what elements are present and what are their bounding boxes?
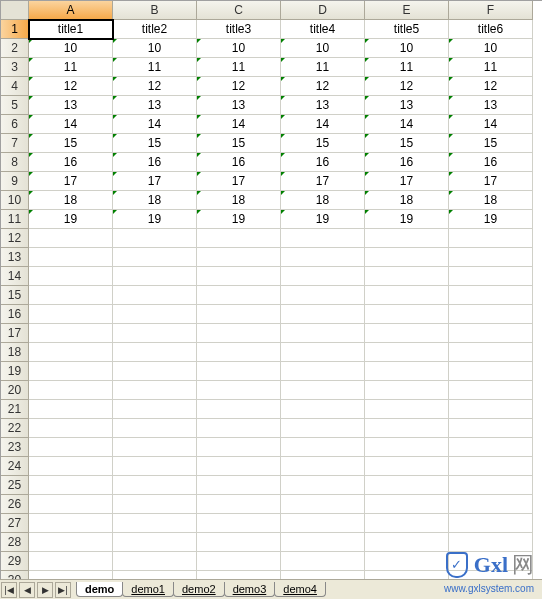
cell[interactable]: 17 (281, 172, 365, 191)
cell[interactable] (449, 248, 533, 267)
cell[interactable] (197, 305, 281, 324)
cell[interactable] (449, 267, 533, 286)
cell[interactable]: 18 (197, 191, 281, 210)
cell[interactable]: 18 (29, 191, 113, 210)
cell[interactable] (281, 495, 365, 514)
cell[interactable]: 13 (29, 96, 113, 115)
cell[interactable]: 15 (113, 134, 197, 153)
cell[interactable] (197, 324, 281, 343)
cell[interactable] (29, 476, 113, 495)
cell[interactable]: 12 (449, 77, 533, 96)
column-header[interactable]: A (29, 1, 113, 20)
cell[interactable] (113, 457, 197, 476)
cell[interactable] (197, 495, 281, 514)
cell[interactable] (449, 495, 533, 514)
cell[interactable] (113, 476, 197, 495)
cell[interactable]: 16 (197, 153, 281, 172)
cell[interactable]: 15 (29, 134, 113, 153)
cell[interactable]: 18 (449, 191, 533, 210)
cell[interactable]: 15 (197, 134, 281, 153)
cell[interactable] (29, 248, 113, 267)
cell[interactable]: 19 (29, 210, 113, 229)
cell[interactable] (197, 362, 281, 381)
cell[interactable]: 18 (113, 191, 197, 210)
cell[interactable] (449, 514, 533, 533)
cell[interactable] (197, 229, 281, 248)
cell[interactable]: 11 (365, 58, 449, 77)
cell[interactable] (449, 381, 533, 400)
cell[interactable] (29, 533, 113, 552)
cell[interactable]: 10 (197, 39, 281, 58)
cell[interactable]: 10 (29, 39, 113, 58)
row-header[interactable]: 26 (1, 495, 29, 514)
row-header[interactable]: 2 (1, 39, 29, 58)
cell[interactable] (29, 552, 113, 571)
row-header[interactable]: 25 (1, 476, 29, 495)
cell[interactable] (281, 267, 365, 286)
cell[interactable] (113, 400, 197, 419)
row-header[interactable]: 16 (1, 305, 29, 324)
cell[interactable]: 12 (197, 77, 281, 96)
cell[interactable] (281, 248, 365, 267)
cell[interactable] (113, 495, 197, 514)
cell[interactable]: 15 (365, 134, 449, 153)
cell[interactable] (197, 552, 281, 571)
cell[interactable] (281, 381, 365, 400)
cell[interactable] (281, 362, 365, 381)
row-header[interactable]: 22 (1, 419, 29, 438)
row-header[interactable]: 9 (1, 172, 29, 191)
nav-last-icon[interactable]: ▶| (55, 582, 71, 598)
row-header[interactable]: 15 (1, 286, 29, 305)
cell[interactable] (365, 286, 449, 305)
cell[interactable] (365, 267, 449, 286)
cell[interactable]: 11 (197, 58, 281, 77)
cell[interactable] (449, 419, 533, 438)
cell[interactable] (365, 381, 449, 400)
cell[interactable]: 16 (449, 153, 533, 172)
cell[interactable] (449, 438, 533, 457)
row-header[interactable]: 29 (1, 552, 29, 571)
cell[interactable] (449, 476, 533, 495)
cell[interactable]: 17 (365, 172, 449, 191)
cell[interactable]: title6 (449, 20, 533, 39)
cell[interactable] (281, 400, 365, 419)
row-header[interactable]: 20 (1, 381, 29, 400)
cell[interactable] (197, 400, 281, 419)
cell[interactable]: 12 (365, 77, 449, 96)
cell[interactable]: 10 (449, 39, 533, 58)
cell[interactable]: 10 (365, 39, 449, 58)
cell[interactable] (113, 324, 197, 343)
cell[interactable]: 15 (449, 134, 533, 153)
cell[interactable] (281, 438, 365, 457)
cell[interactable] (113, 552, 197, 571)
cell[interactable] (197, 514, 281, 533)
cell[interactable] (113, 343, 197, 362)
cell[interactable]: 16 (29, 153, 113, 172)
cell[interactable] (197, 438, 281, 457)
cell[interactable]: 13 (449, 96, 533, 115)
cell[interactable] (449, 324, 533, 343)
cell[interactable]: 14 (365, 115, 449, 134)
nav-prev-icon[interactable]: ◀ (19, 582, 35, 598)
cell[interactable]: 11 (29, 58, 113, 77)
cell[interactable] (29, 324, 113, 343)
sheet-tab[interactable]: demo1 (122, 582, 174, 597)
cell[interactable] (449, 229, 533, 248)
cell[interactable] (281, 476, 365, 495)
cell[interactable] (113, 229, 197, 248)
cell[interactable] (365, 495, 449, 514)
row-header[interactable]: 11 (1, 210, 29, 229)
cell[interactable] (29, 229, 113, 248)
cell[interactable] (29, 495, 113, 514)
cell[interactable] (449, 286, 533, 305)
cell[interactable] (365, 457, 449, 476)
cell[interactable] (449, 343, 533, 362)
sheet-tab[interactable]: demo4 (274, 582, 326, 597)
cell[interactable]: 17 (29, 172, 113, 191)
cell[interactable]: 11 (113, 58, 197, 77)
cell[interactable] (29, 286, 113, 305)
sheet-tab[interactable]: demo2 (173, 582, 225, 597)
cell[interactable] (113, 533, 197, 552)
cell[interactable] (113, 286, 197, 305)
row-header[interactable]: 12 (1, 229, 29, 248)
